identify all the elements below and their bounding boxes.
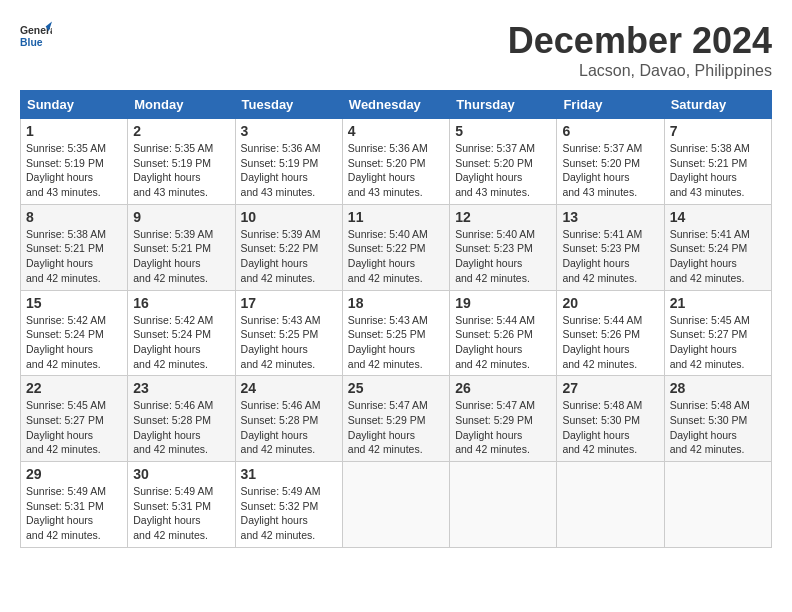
calendar-title: December 2024	[508, 20, 772, 62]
calendar-cell: 1 Sunrise: 5:35 AM Sunset: 5:19 PM Dayli…	[21, 119, 128, 205]
day-info: Sunrise: 5:49 AM Sunset: 5:32 PM Dayligh…	[241, 484, 337, 543]
day-number: 21	[670, 295, 766, 311]
day-info: Sunrise: 5:49 AM Sunset: 5:31 PM Dayligh…	[133, 484, 229, 543]
day-info: Sunrise: 5:45 AM Sunset: 5:27 PM Dayligh…	[26, 398, 122, 457]
day-number: 23	[133, 380, 229, 396]
day-number: 30	[133, 466, 229, 482]
day-info: Sunrise: 5:38 AM Sunset: 5:21 PM Dayligh…	[26, 227, 122, 286]
day-number: 4	[348, 123, 444, 139]
calendar-week-row: 29 Sunrise: 5:49 AM Sunset: 5:31 PM Dayl…	[21, 462, 772, 548]
day-info: Sunrise: 5:36 AM Sunset: 5:20 PM Dayligh…	[348, 141, 444, 200]
calendar-cell: 24 Sunrise: 5:46 AM Sunset: 5:28 PM Dayl…	[235, 376, 342, 462]
calendar-cell: 5 Sunrise: 5:37 AM Sunset: 5:20 PM Dayli…	[450, 119, 557, 205]
calendar-cell: 17 Sunrise: 5:43 AM Sunset: 5:25 PM Dayl…	[235, 290, 342, 376]
day-info: Sunrise: 5:35 AM Sunset: 5:19 PM Dayligh…	[26, 141, 122, 200]
day-number: 13	[562, 209, 658, 225]
calendar-cell	[664, 462, 771, 548]
day-info: Sunrise: 5:41 AM Sunset: 5:23 PM Dayligh…	[562, 227, 658, 286]
day-number: 18	[348, 295, 444, 311]
calendar-cell: 22 Sunrise: 5:45 AM Sunset: 5:27 PM Dayl…	[21, 376, 128, 462]
calendar-cell: 2 Sunrise: 5:35 AM Sunset: 5:19 PM Dayli…	[128, 119, 235, 205]
weekday-header: Friday	[557, 91, 664, 119]
day-info: Sunrise: 5:39 AM Sunset: 5:22 PM Dayligh…	[241, 227, 337, 286]
calendar-cell: 8 Sunrise: 5:38 AM Sunset: 5:21 PM Dayli…	[21, 204, 128, 290]
calendar-week-row: 22 Sunrise: 5:45 AM Sunset: 5:27 PM Dayl…	[21, 376, 772, 462]
calendar-subtitle: Lacson, Davao, Philippines	[508, 62, 772, 80]
calendar-cell: 4 Sunrise: 5:36 AM Sunset: 5:20 PM Dayli…	[342, 119, 449, 205]
calendar-cell: 7 Sunrise: 5:38 AM Sunset: 5:21 PM Dayli…	[664, 119, 771, 205]
day-info: Sunrise: 5:45 AM Sunset: 5:27 PM Dayligh…	[670, 313, 766, 372]
day-info: Sunrise: 5:44 AM Sunset: 5:26 PM Dayligh…	[455, 313, 551, 372]
day-number: 12	[455, 209, 551, 225]
day-info: Sunrise: 5:40 AM Sunset: 5:22 PM Dayligh…	[348, 227, 444, 286]
day-number: 31	[241, 466, 337, 482]
day-number: 6	[562, 123, 658, 139]
day-number: 14	[670, 209, 766, 225]
day-number: 1	[26, 123, 122, 139]
day-info: Sunrise: 5:42 AM Sunset: 5:24 PM Dayligh…	[26, 313, 122, 372]
calendar-cell: 25 Sunrise: 5:47 AM Sunset: 5:29 PM Dayl…	[342, 376, 449, 462]
day-info: Sunrise: 5:48 AM Sunset: 5:30 PM Dayligh…	[670, 398, 766, 457]
day-number: 2	[133, 123, 229, 139]
day-number: 11	[348, 209, 444, 225]
calendar-cell: 21 Sunrise: 5:45 AM Sunset: 5:27 PM Dayl…	[664, 290, 771, 376]
day-number: 5	[455, 123, 551, 139]
day-number: 27	[562, 380, 658, 396]
day-info: Sunrise: 5:44 AM Sunset: 5:26 PM Dayligh…	[562, 313, 658, 372]
weekday-header: Wednesday	[342, 91, 449, 119]
day-info: Sunrise: 5:43 AM Sunset: 5:25 PM Dayligh…	[241, 313, 337, 372]
day-number: 7	[670, 123, 766, 139]
calendar-cell: 11 Sunrise: 5:40 AM Sunset: 5:22 PM Dayl…	[342, 204, 449, 290]
logo-icon: General Blue	[20, 20, 52, 52]
calendar-week-row: 8 Sunrise: 5:38 AM Sunset: 5:21 PM Dayli…	[21, 204, 772, 290]
calendar-cell	[450, 462, 557, 548]
weekday-header: Saturday	[664, 91, 771, 119]
day-info: Sunrise: 5:40 AM Sunset: 5:23 PM Dayligh…	[455, 227, 551, 286]
weekday-header: Tuesday	[235, 91, 342, 119]
calendar-cell: 31 Sunrise: 5:49 AM Sunset: 5:32 PM Dayl…	[235, 462, 342, 548]
day-number: 22	[26, 380, 122, 396]
day-info: Sunrise: 5:36 AM Sunset: 5:19 PM Dayligh…	[241, 141, 337, 200]
calendar-cell: 29 Sunrise: 5:49 AM Sunset: 5:31 PM Dayl…	[21, 462, 128, 548]
day-info: Sunrise: 5:37 AM Sunset: 5:20 PM Dayligh…	[562, 141, 658, 200]
day-number: 9	[133, 209, 229, 225]
day-info: Sunrise: 5:46 AM Sunset: 5:28 PM Dayligh…	[241, 398, 337, 457]
calendar-week-row: 1 Sunrise: 5:35 AM Sunset: 5:19 PM Dayli…	[21, 119, 772, 205]
calendar-cell: 3 Sunrise: 5:36 AM Sunset: 5:19 PM Dayli…	[235, 119, 342, 205]
weekday-header: Monday	[128, 91, 235, 119]
calendar-cell: 13 Sunrise: 5:41 AM Sunset: 5:23 PM Dayl…	[557, 204, 664, 290]
calendar-cell: 27 Sunrise: 5:48 AM Sunset: 5:30 PM Dayl…	[557, 376, 664, 462]
day-info: Sunrise: 5:41 AM Sunset: 5:24 PM Dayligh…	[670, 227, 766, 286]
calendar-cell: 30 Sunrise: 5:49 AM Sunset: 5:31 PM Dayl…	[128, 462, 235, 548]
weekday-header: Thursday	[450, 91, 557, 119]
calendar-cell: 18 Sunrise: 5:43 AM Sunset: 5:25 PM Dayl…	[342, 290, 449, 376]
calendar-cell: 12 Sunrise: 5:40 AM Sunset: 5:23 PM Dayl…	[450, 204, 557, 290]
calendar-cell: 15 Sunrise: 5:42 AM Sunset: 5:24 PM Dayl…	[21, 290, 128, 376]
day-number: 29	[26, 466, 122, 482]
day-number: 10	[241, 209, 337, 225]
day-number: 28	[670, 380, 766, 396]
day-number: 16	[133, 295, 229, 311]
page-header: General Blue December 2024 Lacson, Davao…	[20, 20, 772, 80]
calendar-cell: 10 Sunrise: 5:39 AM Sunset: 5:22 PM Dayl…	[235, 204, 342, 290]
weekday-header: Sunday	[21, 91, 128, 119]
day-number: 15	[26, 295, 122, 311]
day-number: 17	[241, 295, 337, 311]
day-number: 25	[348, 380, 444, 396]
day-info: Sunrise: 5:48 AM Sunset: 5:30 PM Dayligh…	[562, 398, 658, 457]
calendar-table: SundayMondayTuesdayWednesdayThursdayFrid…	[20, 90, 772, 548]
calendar-cell: 9 Sunrise: 5:39 AM Sunset: 5:21 PM Dayli…	[128, 204, 235, 290]
day-info: Sunrise: 5:49 AM Sunset: 5:31 PM Dayligh…	[26, 484, 122, 543]
calendar-cell	[342, 462, 449, 548]
day-number: 24	[241, 380, 337, 396]
calendar-cell: 20 Sunrise: 5:44 AM Sunset: 5:26 PM Dayl…	[557, 290, 664, 376]
day-info: Sunrise: 5:47 AM Sunset: 5:29 PM Dayligh…	[455, 398, 551, 457]
day-info: Sunrise: 5:47 AM Sunset: 5:29 PM Dayligh…	[348, 398, 444, 457]
day-number: 20	[562, 295, 658, 311]
day-info: Sunrise: 5:35 AM Sunset: 5:19 PM Dayligh…	[133, 141, 229, 200]
calendar-cell: 16 Sunrise: 5:42 AM Sunset: 5:24 PM Dayl…	[128, 290, 235, 376]
day-number: 3	[241, 123, 337, 139]
title-block: December 2024 Lacson, Davao, Philippines	[508, 20, 772, 80]
logo: General Blue	[20, 20, 56, 52]
calendar-cell: 6 Sunrise: 5:37 AM Sunset: 5:20 PM Dayli…	[557, 119, 664, 205]
